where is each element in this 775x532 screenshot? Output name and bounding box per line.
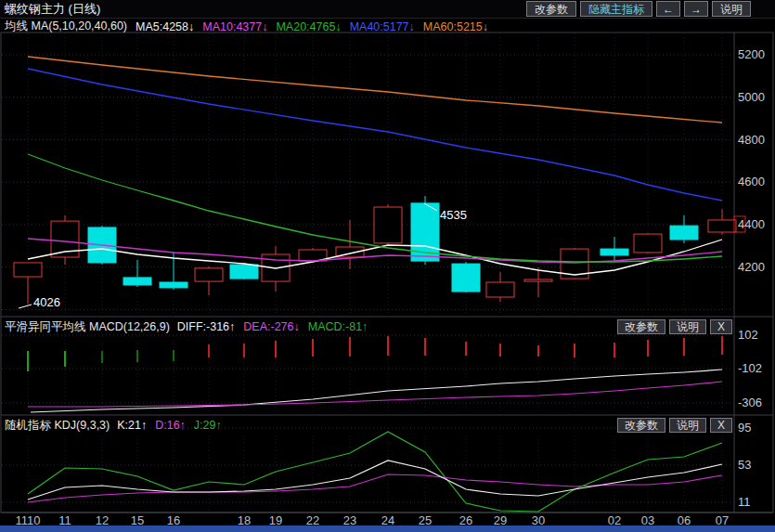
- price-axis-tick: 5000: [738, 90, 773, 104]
- kdj-axis-tick: 95: [738, 421, 773, 435]
- change-params-button[interactable]: 改参数: [526, 1, 576, 17]
- chart-canvas[interactable]: 45354026: [0, 0, 775, 532]
- price-axis-tick: 4600: [738, 175, 773, 188]
- candle-body: [486, 282, 514, 297]
- kdj-axis-tick: 53: [738, 458, 773, 472]
- macd-values: DIFF:-316↑DEA:-276↓MACD:-81↑: [177, 320, 368, 333]
- ma-legend-label: 均线 MA(5,10,20,40,60): [5, 19, 127, 34]
- macd-close-button[interactable]: X: [710, 319, 732, 334]
- indicator-value: DIFF:-316↑: [177, 320, 236, 333]
- indicator-value: MA60:5215↓: [423, 20, 488, 33]
- x-axis-date-label: 26: [459, 513, 472, 527]
- x-axis-date-label: 1110: [16, 513, 41, 527]
- kdj-title: 随机指标 KDJ(9,3,3): [5, 418, 110, 434]
- indicator-value: K:21↑: [117, 419, 147, 432]
- indicator-value: DEA:-276↓: [243, 320, 299, 333]
- x-axis-date-label: 24: [381, 513, 394, 527]
- candle-body: [160, 282, 187, 288]
- indicator-value: MACD:-81↑: [308, 320, 368, 333]
- indicator-value: MA5:4258↓: [136, 20, 194, 33]
- price-axis-tick: 4200: [738, 260, 773, 274]
- price-axis-tick: 4400: [738, 217, 773, 231]
- kdj-axis-tick: 11: [738, 495, 773, 509]
- price-annotation: 4026: [33, 295, 60, 309]
- x-axis-date-label: 07: [716, 513, 729, 527]
- indicator-value: MA10:4377↓: [202, 20, 267, 33]
- title-bar: 螺纹钢主力 (日线) 改参数 隐藏主指标 ← → 说明: [0, 0, 775, 19]
- macd-help-button[interactable]: 说明: [669, 319, 706, 334]
- macd-panel-header: 平滑异同平均线 MACD(12,26,9) DIFF:-316↑DEA:-276…: [0, 318, 734, 335]
- x-axis-date-label: 25: [419, 513, 432, 527]
- x-axis-date-label: 22: [306, 513, 319, 527]
- x-axis-date-label: 30: [532, 513, 545, 527]
- candle-body: [524, 279, 552, 281]
- macd-axis-tick: -102: [738, 361, 773, 375]
- x-axis-date-label: 03: [641, 513, 654, 527]
- indicator-value: D:16↑: [155, 419, 186, 432]
- x-axis-date-label: 02: [608, 513, 621, 527]
- kdj-j-line: [28, 432, 722, 512]
- symbol-title: 螺纹钢主力 (日线): [5, 1, 100, 18]
- price-axis-tick: 5200: [738, 47, 773, 61]
- chart-frame: [1, 32, 773, 513]
- kdj-help-button[interactable]: 说明: [669, 418, 706, 433]
- candle-body: [708, 220, 736, 232]
- x-axis-date-label: 15: [131, 513, 144, 527]
- x-axis-date-label: 23: [343, 513, 356, 527]
- hide-main-indicator-button[interactable]: 隐藏主指标: [580, 1, 652, 17]
- candle-body: [374, 207, 402, 243]
- candle-body: [670, 226, 698, 240]
- candle-body: [14, 263, 42, 277]
- ma-values: MA5:4258↓MA10:4377↓MA20:4765↓MA40:5177↓M…: [136, 20, 488, 33]
- candle-body: [230, 265, 258, 279]
- macd-title: 平滑异同平均线 MACD(12,26,9): [5, 319, 170, 335]
- x-axis-date-label: 11: [58, 513, 71, 527]
- indicator-value: MA20:4765↓: [276, 20, 341, 33]
- kdj-close-button[interactable]: X: [710, 418, 732, 433]
- candle-body: [452, 264, 480, 292]
- macd-axis-tick: 102: [738, 328, 773, 342]
- next-arrow-button[interactable]: →: [684, 1, 708, 17]
- kdj-change-params-button[interactable]: 改参数: [617, 418, 665, 433]
- x-axis-date-label: 06: [678, 513, 691, 527]
- price-annotation: 4535: [440, 208, 467, 222]
- x-axis-date-label: 29: [494, 513, 507, 527]
- x-axis-date-label: 12: [96, 513, 109, 527]
- x-axis-date-label: 16: [167, 513, 180, 527]
- ma-line-ma40: [28, 69, 722, 201]
- candle-body: [601, 249, 628, 255]
- ma-legend-row: 均线 MA(5,10,20,40,60) MA5:4258↓MA10:4377↓…: [5, 19, 488, 33]
- candle-body: [195, 268, 223, 281]
- candle-body: [634, 234, 662, 253]
- kdj-panel-header: 随机指标 KDJ(9,3,3) K:21↑D:16↑J:29↑ 改参数 说明 X: [0, 417, 734, 434]
- indicator-value: MA40:5177↓: [350, 20, 415, 33]
- macd-axis-tick: -306: [738, 396, 773, 409]
- indicator-value: J:29↑: [194, 419, 222, 432]
- x-axis-date-label: 19: [269, 513, 282, 527]
- price-axis-tick: 4800: [738, 133, 773, 147]
- x-axis-date-label: 18: [238, 513, 251, 527]
- macd-change-params-button[interactable]: 改参数: [617, 319, 665, 334]
- help-button[interactable]: 说明: [712, 1, 751, 17]
- annotation-pointer: [19, 305, 32, 308]
- trading-app-window: { "title_bar": { "title": "螺纹钢主力 (日线)", …: [0, 0, 775, 532]
- ma-line-ma5: [28, 240, 722, 275]
- prev-arrow-button[interactable]: ←: [656, 1, 680, 17]
- candle-body: [123, 278, 151, 285]
- kdj-values: K:21↑D:16↑J:29↑: [117, 419, 222, 432]
